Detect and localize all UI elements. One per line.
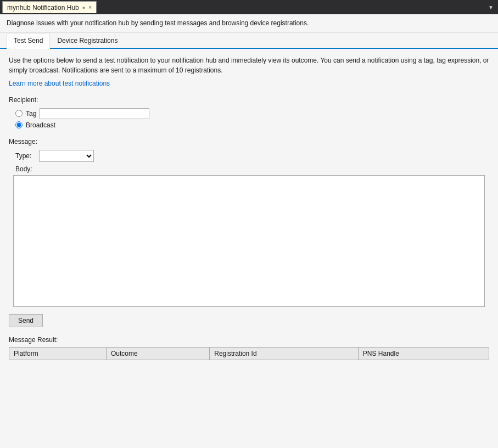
recipient-section: Recipient: Tag Broadcast [9,96,489,129]
nav-tabs: Test Send Device Registrations [0,33,498,49]
info-text: Use the options below to send a test not… [9,55,489,75]
column-registration-id: Registration Id [210,347,359,360]
message-section: Message: Type: Body: [9,138,489,309]
result-table: Platform Outcome Registration Id PNS Han… [9,347,489,360]
title-bar: mynhub Notification Hub ● × ▼ [0,0,498,14]
tab-title: mynhub Notification Hub [7,4,79,12]
column-pns-handle: PNS Handle [358,347,489,360]
broadcast-radio[interactable] [15,121,23,128]
type-label: Type: [15,152,35,160]
broadcast-radio-row: Broadcast [15,121,489,129]
tab-close-button[interactable]: × [88,5,92,10]
main-window: mynhub Notification Hub ● × ▼ Diagnose i… [0,0,498,448]
scroll-arrow-icon[interactable]: ▼ [486,3,496,12]
window-tab[interactable]: mynhub Notification Hub ● × [2,1,97,13]
message-label: Message: [9,138,489,145]
type-row: Type: [15,150,489,162]
tag-radio[interactable] [15,110,23,117]
type-select[interactable] [39,150,94,162]
description-text: Diagnose issues with your notification h… [7,19,309,27]
tab-device-registrations[interactable]: Device Registrations [50,33,125,49]
broadcast-radio-label: Broadcast [26,121,55,129]
send-button[interactable]: Send [9,314,43,327]
tab-icon: ● [82,5,85,10]
column-outcome: Outcome [106,347,209,360]
learn-more-link[interactable]: Learn more about test notifications [9,80,110,87]
recipient-label: Recipient: [9,96,489,104]
column-platform: Platform [9,347,107,360]
result-label: Message Result: [9,336,489,344]
description-bar: Diagnose issues with your notification h… [0,14,498,33]
body-label: Body: [15,165,489,173]
tag-radio-label: Tag [26,110,36,117]
main-content: Use the options below to send a test not… [0,49,498,448]
content-area: Diagnose issues with your notification h… [0,14,498,448]
tab-test-send[interactable]: Test Send [7,33,50,49]
tag-input[interactable] [40,108,149,119]
tag-radio-row: Tag [15,108,489,119]
table-header-row: Platform Outcome Registration Id PNS Han… [9,347,489,360]
body-textarea[interactable] [13,175,485,307]
result-section: Message Result: Platform Outcome Registr… [9,336,489,360]
